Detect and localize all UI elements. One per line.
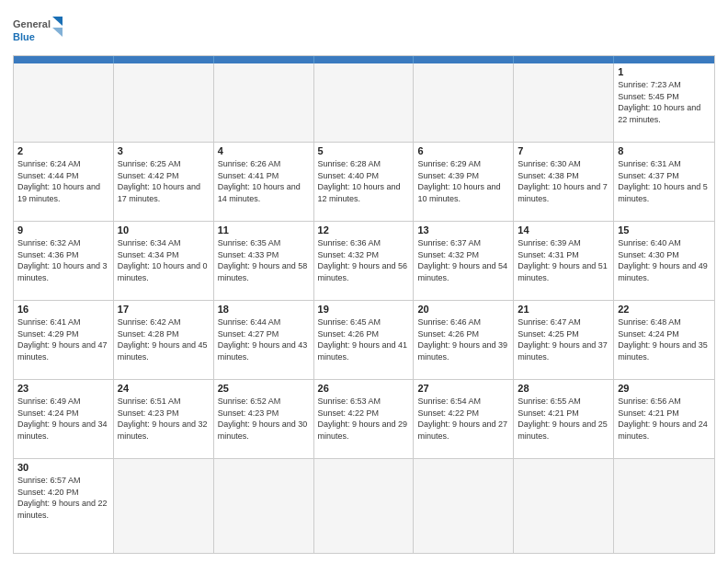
day-info: Sunrise: 6:56 AM Sunset: 4:21 PM Dayligh… xyxy=(618,396,711,442)
calendar-cell xyxy=(314,63,415,142)
calendar-cell: 27Sunrise: 6:54 AM Sunset: 4:22 PM Dayli… xyxy=(414,380,514,458)
day-info: Sunrise: 6:45 AM Sunset: 4:26 PM Dayligh… xyxy=(318,316,410,362)
calendar-cell xyxy=(114,63,214,142)
calendar-cell xyxy=(214,63,314,142)
calendar-cell: 16Sunrise: 6:41 AM Sunset: 4:29 PM Dayli… xyxy=(14,301,114,379)
calendar-row-2: 9Sunrise: 6:32 AM Sunset: 4:36 PM Daylig… xyxy=(14,221,714,300)
day-info: Sunrise: 6:40 AM Sunset: 4:30 PM Dayligh… xyxy=(618,237,711,283)
calendar-cell xyxy=(314,459,415,553)
day-number: 7 xyxy=(518,145,609,156)
day-number: 13 xyxy=(417,224,509,236)
day-info: Sunrise: 6:46 AM Sunset: 4:26 PM Dayligh… xyxy=(417,316,509,362)
calendar-row-4: 23Sunrise: 6:49 AM Sunset: 4:24 PM Dayli… xyxy=(14,379,714,458)
day-info: Sunrise: 6:28 AM Sunset: 4:40 PM Dayligh… xyxy=(318,158,410,204)
day-info: Sunrise: 6:51 AM Sunset: 4:23 PM Dayligh… xyxy=(118,396,210,442)
calendar-cell: 21Sunrise: 6:47 AM Sunset: 4:25 PM Dayli… xyxy=(514,301,614,379)
calendar-cell xyxy=(114,459,214,553)
day-info: Sunrise: 6:55 AM Sunset: 4:21 PM Dayligh… xyxy=(518,396,609,442)
page: General Blue 1Sunrise: 7:23 AM Sunset: 5… xyxy=(0,0,728,563)
day-info: Sunrise: 6:54 AM Sunset: 4:22 PM Dayligh… xyxy=(417,396,509,442)
calendar-cell: 4Sunrise: 6:26 AM Sunset: 4:41 PM Daylig… xyxy=(214,143,314,221)
day-number: 3 xyxy=(118,145,210,156)
svg-marker-2 xyxy=(52,17,63,26)
calendar-cell: 20Sunrise: 6:46 AM Sunset: 4:26 PM Dayli… xyxy=(414,301,514,379)
day-info: Sunrise: 6:37 AM Sunset: 4:32 PM Dayligh… xyxy=(417,237,509,283)
day-number: 23 xyxy=(17,383,109,394)
day-info: Sunrise: 6:30 AM Sunset: 4:38 PM Dayligh… xyxy=(518,158,609,204)
day-info: Sunrise: 6:44 AM Sunset: 4:27 PM Dayligh… xyxy=(218,316,310,362)
day-number: 21 xyxy=(518,304,609,315)
day-number: 14 xyxy=(518,224,609,236)
day-number: 18 xyxy=(218,304,310,315)
day-number: 2 xyxy=(17,145,109,156)
header-wednesday xyxy=(314,56,415,63)
day-info: Sunrise: 6:41 AM Sunset: 4:29 PM Dayligh… xyxy=(17,316,109,362)
day-number: 8 xyxy=(618,145,711,156)
header-monday xyxy=(114,56,214,63)
day-number: 1 xyxy=(618,66,711,77)
day-info: Sunrise: 6:36 AM Sunset: 4:32 PM Dayligh… xyxy=(318,237,410,283)
day-number: 9 xyxy=(17,224,109,236)
calendar-cell xyxy=(414,63,514,142)
day-info: Sunrise: 6:48 AM Sunset: 4:24 PM Dayligh… xyxy=(618,316,711,362)
calendar-cell: 8Sunrise: 6:31 AM Sunset: 4:37 PM Daylig… xyxy=(614,143,714,221)
calendar: 1Sunrise: 7:23 AM Sunset: 5:45 PM Daylig… xyxy=(13,55,715,554)
calendar-cell xyxy=(214,459,314,553)
day-number: 10 xyxy=(118,224,210,236)
calendar-cell: 2Sunrise: 6:24 AM Sunset: 4:44 PM Daylig… xyxy=(14,143,114,221)
calendar-cell: 17Sunrise: 6:42 AM Sunset: 4:28 PM Dayli… xyxy=(114,301,214,379)
header-friday xyxy=(514,56,614,63)
calendar-cell xyxy=(514,459,614,553)
calendar-cell: 18Sunrise: 6:44 AM Sunset: 4:27 PM Dayli… xyxy=(214,301,314,379)
calendar-cell xyxy=(614,459,714,553)
day-info: Sunrise: 6:42 AM Sunset: 4:28 PM Dayligh… xyxy=(118,316,210,362)
calendar-cell xyxy=(414,459,514,553)
day-info: Sunrise: 6:57 AM Sunset: 4:20 PM Dayligh… xyxy=(17,475,109,521)
day-info: Sunrise: 6:47 AM Sunset: 4:25 PM Dayligh… xyxy=(518,316,609,362)
calendar-cell: 30Sunrise: 6:57 AM Sunset: 4:20 PM Dayli… xyxy=(14,459,114,553)
calendar-row-3: 16Sunrise: 6:41 AM Sunset: 4:29 PM Dayli… xyxy=(14,300,714,379)
day-number: 17 xyxy=(118,304,210,315)
header-saturday xyxy=(614,56,714,63)
day-number: 19 xyxy=(318,304,410,315)
day-number: 5 xyxy=(318,145,410,156)
calendar-cell: 10Sunrise: 6:34 AM Sunset: 4:34 PM Dayli… xyxy=(114,222,214,300)
day-info: Sunrise: 6:53 AM Sunset: 4:22 PM Dayligh… xyxy=(318,396,410,442)
day-number: 26 xyxy=(318,383,410,394)
calendar-cell: 24Sunrise: 6:51 AM Sunset: 4:23 PM Dayli… xyxy=(114,380,214,458)
day-info: Sunrise: 6:25 AM Sunset: 4:42 PM Dayligh… xyxy=(118,158,210,204)
calendar-cell: 5Sunrise: 6:28 AM Sunset: 4:40 PM Daylig… xyxy=(314,143,415,221)
day-info: Sunrise: 6:35 AM Sunset: 4:33 PM Dayligh… xyxy=(218,237,310,283)
day-info: Sunrise: 6:52 AM Sunset: 4:23 PM Dayligh… xyxy=(218,396,310,442)
calendar-row-5: 30Sunrise: 6:57 AM Sunset: 4:20 PM Dayli… xyxy=(14,458,714,553)
day-info: Sunrise: 6:32 AM Sunset: 4:36 PM Dayligh… xyxy=(17,237,109,283)
calendar-cell: 28Sunrise: 6:55 AM Sunset: 4:21 PM Dayli… xyxy=(514,380,614,458)
header-thursday xyxy=(414,56,514,63)
day-number: 25 xyxy=(218,383,310,394)
calendar-cell: 1Sunrise: 7:23 AM Sunset: 5:45 PM Daylig… xyxy=(614,63,714,142)
calendar-cell: 11Sunrise: 6:35 AM Sunset: 4:33 PM Dayli… xyxy=(214,222,314,300)
logo: General Blue xyxy=(13,13,63,50)
svg-text:Blue: Blue xyxy=(13,31,35,42)
calendar-cell: 15Sunrise: 6:40 AM Sunset: 4:30 PM Dayli… xyxy=(614,222,714,300)
day-number: 6 xyxy=(417,145,509,156)
header: General Blue xyxy=(13,9,715,50)
calendar-cell: 14Sunrise: 6:39 AM Sunset: 4:31 PM Dayli… xyxy=(514,222,614,300)
day-number: 16 xyxy=(17,304,109,315)
day-info: Sunrise: 6:49 AM Sunset: 4:24 PM Dayligh… xyxy=(17,396,109,442)
svg-text:General: General xyxy=(13,18,51,29)
day-info: Sunrise: 6:29 AM Sunset: 4:39 PM Dayligh… xyxy=(417,158,509,204)
calendar-cell: 19Sunrise: 6:45 AM Sunset: 4:26 PM Dayli… xyxy=(314,301,415,379)
logo-svg: General Blue xyxy=(13,13,63,50)
day-number: 22 xyxy=(618,304,711,315)
svg-marker-3 xyxy=(52,28,63,37)
day-number: 29 xyxy=(618,383,711,394)
day-number: 20 xyxy=(417,304,509,315)
calendar-cell: 29Sunrise: 6:56 AM Sunset: 4:21 PM Dayli… xyxy=(614,380,714,458)
calendar-cell: 23Sunrise: 6:49 AM Sunset: 4:24 PM Dayli… xyxy=(14,380,114,458)
calendar-header xyxy=(14,56,714,63)
day-number: 4 xyxy=(218,145,310,156)
day-number: 24 xyxy=(118,383,210,394)
day-info: Sunrise: 6:26 AM Sunset: 4:41 PM Dayligh… xyxy=(218,158,310,204)
day-info: Sunrise: 6:24 AM Sunset: 4:44 PM Dayligh… xyxy=(17,158,109,204)
